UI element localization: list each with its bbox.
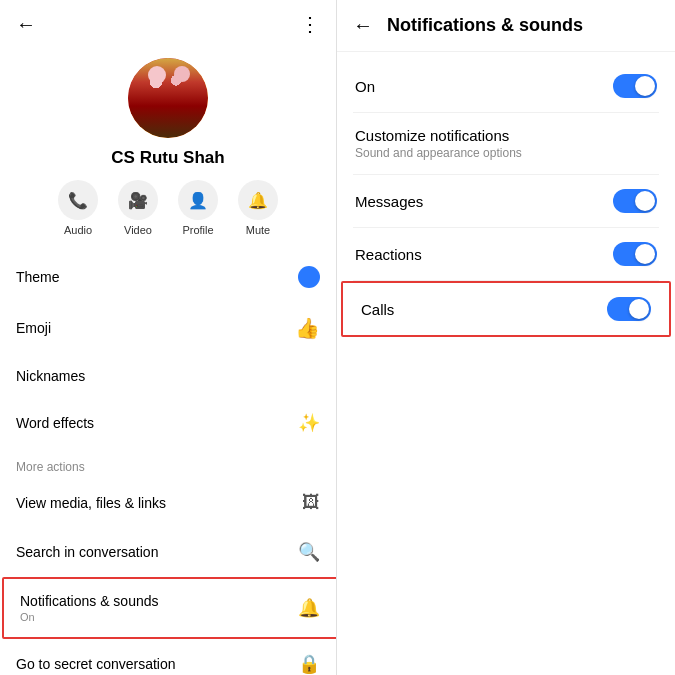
profile-section: CS Rutu Shah 📞 Audio 🎥 Video 👤 Profile 🔔… <box>0 48 336 252</box>
reactions-title: Reactions <box>355 246 422 263</box>
word-effects-title: Word effects <box>16 415 94 431</box>
audio-button[interactable]: 📞 Audio <box>58 180 98 236</box>
mute-icon: 🔔 <box>238 180 278 220</box>
left-more-button[interactable]: ⋮ <box>300 12 320 36</box>
calls-title: Calls <box>361 301 394 318</box>
right-header: ← Notifications & sounds <box>337 0 675 52</box>
audio-icon: 📞 <box>58 180 98 220</box>
video-label: Video <box>124 224 152 236</box>
video-button[interactable]: 🎥 Video <box>118 180 158 236</box>
secret-item[interactable]: Go to secret conversation 🔒 <box>0 639 336 675</box>
on-toggle[interactable] <box>613 74 657 98</box>
on-title: On <box>355 78 375 95</box>
reactions-toggle[interactable] <box>613 242 657 266</box>
emoji-item[interactable]: Emoji 👍 <box>0 302 336 354</box>
calls-toggle[interactable] <box>607 297 651 321</box>
customize-subtitle: Sound and appearance options <box>355 146 522 160</box>
secret-icon: 🔒 <box>298 653 320 675</box>
emoji-title: Emoji <box>16 320 51 336</box>
media-icon: 🖼 <box>302 492 320 513</box>
profile-icon: 👤 <box>178 180 218 220</box>
right-panel: ← Notifications & sounds On Customize no… <box>337 0 675 675</box>
profile-label: Profile <box>182 224 213 236</box>
left-more-icon: ⋮ <box>300 13 320 35</box>
search-item[interactable]: Search in conversation 🔍 <box>0 527 336 577</box>
word-effects-icon: ✨ <box>298 412 320 434</box>
left-back-icon: ← <box>16 13 36 35</box>
emoji-icon: 👍 <box>295 316 320 340</box>
menu-list: Theme Emoji 👍 Nicknames Word effects ✨ M… <box>0 252 336 675</box>
notifications-icon: 🔔 <box>298 597 320 619</box>
customize-item-left: Customize notifications Sound and appear… <box>355 127 522 160</box>
avatar-image <box>128 58 208 138</box>
audio-label: Audio <box>64 224 92 236</box>
mute-button[interactable]: 🔔 Mute <box>238 180 278 236</box>
notifications-item-left: Notifications & sounds On <box>20 593 159 623</box>
notifications-title: Notifications & sounds <box>20 593 159 609</box>
word-effects-item[interactable]: Word effects ✨ <box>0 398 336 448</box>
right-back-icon: ← <box>353 14 373 36</box>
messages-title: Messages <box>355 193 423 210</box>
on-item: On <box>337 60 675 112</box>
action-buttons: 📞 Audio 🎥 Video 👤 Profile 🔔 Mute <box>58 180 278 236</box>
search-icon: 🔍 <box>298 541 320 563</box>
customize-item[interactable]: Customize notifications Sound and appear… <box>337 113 675 174</box>
notifications-subtitle: On <box>20 611 159 623</box>
messages-item: Messages <box>337 175 675 227</box>
calls-item: Calls <box>341 281 671 337</box>
messages-toggle[interactable] <box>613 189 657 213</box>
right-title: Notifications & sounds <box>387 15 583 36</box>
left-back-button[interactable]: ← <box>16 13 36 36</box>
left-header: ← ⋮ <box>0 0 336 48</box>
nicknames-item[interactable]: Nicknames <box>0 354 336 398</box>
theme-icon <box>298 266 320 288</box>
reactions-item: Reactions <box>337 228 675 280</box>
mute-label: Mute <box>246 224 270 236</box>
theme-title: Theme <box>16 269 60 285</box>
avatar <box>128 58 208 138</box>
profile-name: CS Rutu Shah <box>111 148 224 168</box>
settings-list: On Customize notifications Sound and app… <box>337 52 675 345</box>
theme-item[interactable]: Theme <box>0 252 336 302</box>
left-panel: ← ⋮ CS Rutu Shah 📞 Audio 🎥 Video 👤 Profi… <box>0 0 337 675</box>
more-actions-label: More actions <box>0 448 336 478</box>
media-title: View media, files & links <box>16 495 166 511</box>
media-item[interactable]: View media, files & links 🖼 <box>0 478 336 527</box>
profile-button[interactable]: 👤 Profile <box>178 180 218 236</box>
search-title: Search in conversation <box>16 544 158 560</box>
notifications-item[interactable]: Notifications & sounds On 🔔 <box>2 577 336 639</box>
customize-title: Customize notifications <box>355 127 522 144</box>
right-back-button[interactable]: ← <box>353 14 373 37</box>
nicknames-title: Nicknames <box>16 368 85 384</box>
secret-title: Go to secret conversation <box>16 656 176 672</box>
video-icon: 🎥 <box>118 180 158 220</box>
